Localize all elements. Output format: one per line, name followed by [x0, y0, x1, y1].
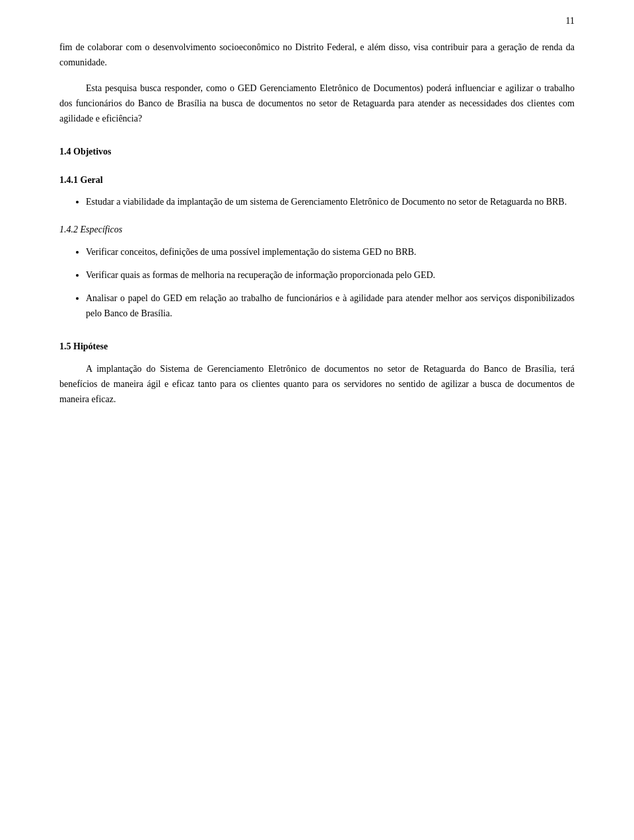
page-number: 11 — [566, 16, 575, 26]
bullet-list-geral: Estudar a viabilidade da implantação de … — [86, 194, 575, 209]
section-1-4-2-heading: 1.4.2 Específicos — [59, 223, 575, 237]
bullet-item-geral: Estudar a viabilidade da implantação de … — [86, 194, 575, 209]
content: fim de colaborar com o desenvolvimento s… — [59, 40, 575, 407]
bullet-list-especificos: Verificar conceitos, definições de uma p… — [86, 244, 575, 321]
section-1-4-1-heading: 1.4.1 Geral — [59, 173, 575, 188]
section-1-4-heading: 1.4 Objetivos — [59, 145, 575, 159]
hypothesis-paragraph: A implantação do Sistema de Gerenciament… — [59, 361, 575, 407]
intro-paragraph: fim de colaborar com o desenvolvimento s… — [59, 40, 575, 70]
bullet-item-especificos-1: Verificar conceitos, definições de uma p… — [86, 244, 575, 260]
research-paragraph: Esta pesquisa busca responder, como o GE… — [59, 81, 575, 126]
bullet-item-especificos-2: Verificar quais as formas de melhoria na… — [86, 267, 575, 283]
section-1-5-heading: 1.5 Hipótese — [59, 339, 575, 354]
page: 11 fim de colaborar com o desenvolviment… — [0, 0, 634, 840]
bullet-item-especificos-3: Analisar o papel do GED em relação ao tr… — [86, 291, 575, 321]
